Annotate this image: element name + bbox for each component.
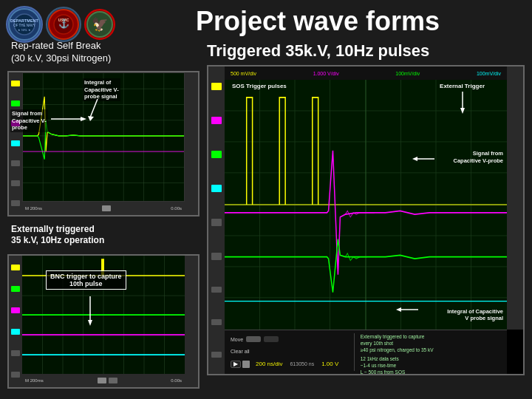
- external-trigger-label: External Trigger: [440, 83, 485, 89]
- bnc-arrow: [86, 296, 94, 326]
- top-scope: M 200ns 0.00s Signal from Capacitive V- …: [7, 71, 200, 216]
- logo-2: USMC ⚓: [46, 7, 81, 42]
- subtitle: Rep-rated Self Break (30 k.V, 30psi Nitr…: [7, 40, 200, 65]
- integral-arrow: [86, 99, 109, 121]
- svg-line-28: [90, 99, 98, 117]
- svg-marker-27: [81, 117, 86, 121]
- bnc-scope-bottom: M 200ms 0.00s: [22, 374, 185, 387]
- annotation-integral: Integral of Capacitive V- probe signal: [83, 78, 120, 101]
- svg-text:DEPARTMENT: DEPARTMENT: [10, 18, 38, 23]
- slide: DEPARTMENT OF THE NAVY ★ NRL ★ USMC ⚓ 🦅 …: [0, 0, 532, 399]
- scope-bottom-bar: M 200ns 0.00s: [22, 202, 185, 215]
- logo-3: 🦅: [84, 9, 115, 40]
- svg-marker-70: [396, 307, 401, 312]
- integral-probe-arrow: [396, 306, 418, 313]
- bottom-scope-side: [9, 256, 22, 387]
- scope-side-left: [9, 72, 22, 215]
- large-scope-screen: SOS Trigger pulses External Trigger Sign…: [225, 80, 507, 330]
- cap-probe-arrow: [412, 155, 434, 163]
- large-scope-top-bar: 500 mV/div 1.000 V/div 100mV/div 100mV/d…: [225, 66, 507, 80]
- right-column: Triggered 35k.V, 10Hz pulses: [207, 40, 525, 389]
- annotation-signal: Signal from Capacitive V- probe: [10, 109, 48, 132]
- ext-trigger-arrow: [459, 92, 466, 114]
- bnc-annotation: BNC trigger to capture 10th pulse: [46, 270, 126, 290]
- externally-triggered-label: Externally triggered 35 k.V, 10Hz operat…: [7, 222, 200, 248]
- svg-marker-29: [88, 116, 94, 121]
- svg-marker-47: [88, 320, 92, 326]
- svg-marker-66: [460, 108, 465, 114]
- svg-text:★ NRL ★: ★ NRL ★: [18, 28, 31, 32]
- large-scope: 500 mV/div 1.000 V/div 100mV/div 100mV/d…: [207, 65, 525, 375]
- integral-probe-label: Integral of Capacitive V probe signal: [447, 308, 503, 323]
- large-scope-waveform: [225, 80, 507, 330]
- svg-text:🦅: 🦅: [92, 16, 109, 33]
- signal-arrow: [51, 115, 88, 123]
- svg-text:⚓: ⚓: [58, 18, 69, 29]
- large-scope-bottom-bar: Move Clear all ▶: [225, 330, 507, 374]
- large-scope-right: [507, 66, 523, 330]
- bottom-scope: M 200ms 0.00s BNC trigger to capture 10t…: [7, 254, 200, 389]
- page-title: Project wave forms: [118, 6, 517, 37]
- svg-marker-68: [412, 157, 417, 161]
- right-section-label: Triggered 35k.V, 10Hz pulses: [207, 40, 525, 62]
- logo-1: DEPARTMENT OF THE NAVY ★ NRL ★: [6, 6, 43, 43]
- cap-probe-label: Signal from Capacitive V-probe: [453, 150, 503, 165]
- scope-side-right: [185, 72, 198, 215]
- sos-label: SOS Trigger pulses: [232, 83, 287, 89]
- svg-text:OF THE NAVY: OF THE NAVY: [13, 24, 35, 27]
- main-content: Rep-rated Self Break (30 k.V, 30psi Nitr…: [0, 40, 532, 395]
- large-scope-left: [208, 66, 225, 374]
- bottom-scope-side-right: [185, 256, 198, 387]
- left-column: Rep-rated Self Break (30 k.V, 30psi Nitr…: [7, 40, 200, 389]
- logo-area: DEPARTMENT OF THE NAVY ★ NRL ★ USMC ⚓ 🦅: [6, 6, 115, 43]
